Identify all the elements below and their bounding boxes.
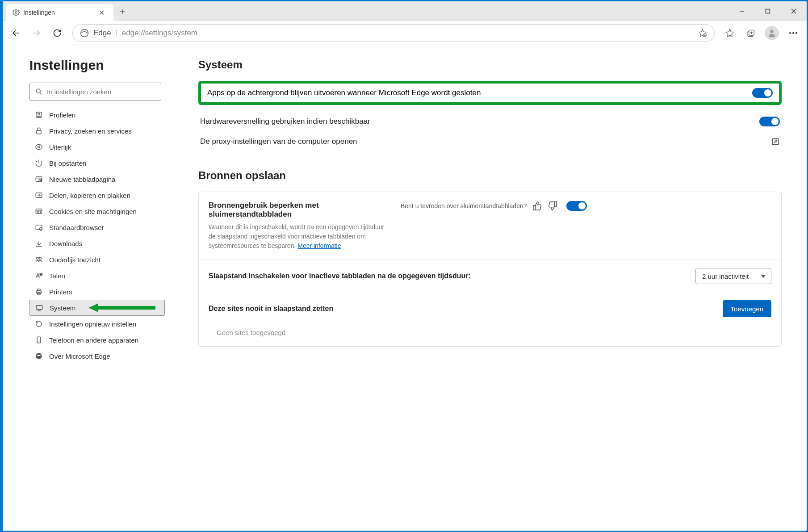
sidebar-item-appearance[interactable]: Uiterlijk — [29, 139, 165, 155]
more-menu-button[interactable] — [784, 24, 802, 42]
settings-nav: Profielen Privacy, zoeken en services Ui… — [29, 107, 165, 364]
settings-search[interactable] — [29, 83, 161, 101]
svg-point-0 — [15, 12, 17, 13]
toggle-hardware-accel[interactable] — [759, 117, 780, 126]
close-button[interactable] — [781, 1, 807, 21]
sidebar-item-newtab[interactable]: Nieuwe tabbladpagina — [29, 171, 165, 187]
thumbs-up-icon[interactable] — [532, 201, 542, 211]
sidebar-item-cookies[interactable]: Cookies en site machtigingen — [29, 203, 165, 219]
address-url: edge://settings/system — [122, 29, 694, 38]
browser-tab[interactable]: Instellingen ✕ — [6, 4, 113, 21]
sidebar-title: Instellingen — [29, 58, 165, 73]
sidebar-item-privacy[interactable]: Privacy, zoeken en services — [29, 123, 165, 139]
section-heading-resources: Bronnen opslaan — [198, 169, 782, 182]
card-description: Wanneer dit is ingeschakeld, wordt na ee… — [209, 222, 392, 251]
download-icon — [35, 239, 43, 247]
favorite-icon[interactable] — [698, 29, 707, 38]
timeout-select[interactable]: 2 uur inactiviteit — [695, 268, 771, 284]
svg-rect-26 — [37, 130, 42, 134]
main-panel: Systeem Apps op de achtergrond blijven u… — [173, 45, 807, 531]
minimize-button[interactable] — [729, 1, 755, 21]
sidebar-item-default-browser[interactable]: Standaardbrowser — [29, 219, 165, 235]
svg-point-45 — [37, 257, 39, 260]
svg-point-38 — [37, 212, 38, 213]
profile-avatar[interactable] — [765, 26, 779, 40]
svg-rect-48 — [37, 291, 42, 293]
svg-rect-51 — [36, 306, 42, 310]
lock-icon — [35, 127, 43, 135]
more-info-link[interactable]: Meer informatie — [297, 242, 341, 249]
feedback-area: Bent u tevreden over sluimerstandtabblad… — [401, 201, 557, 211]
printer-icon — [35, 288, 43, 296]
sidebar-item-languages[interactable]: 字Talen — [29, 268, 165, 284]
reset-icon — [35, 320, 43, 328]
svg-text:字: 字 — [40, 273, 42, 276]
tab-title: Instellingen — [23, 9, 55, 16]
languages-icon: 字 — [35, 272, 43, 280]
new-tab-button[interactable]: ＋ — [113, 1, 131, 21]
never-sleep-label: Deze sites nooit in slaapstand zetten — [209, 305, 723, 313]
feedback-question: Bent u tevreden over sluimerstandtabblad… — [401, 202, 527, 209]
sidebar-item-downloads[interactable]: Downloads — [29, 235, 165, 251]
svg-point-22 — [36, 89, 40, 93]
annotation-highlight: Apps op de achtergrond blijven uitvoeren… — [198, 81, 782, 105]
sidebar-item-reset[interactable]: Instellingen opnieuw instellen — [29, 316, 165, 332]
svg-rect-61 — [554, 202, 557, 206]
refresh-button[interactable] — [48, 24, 66, 42]
timeout-label: Slaapstand inschakelen voor inactieve ta… — [209, 272, 695, 280]
browser-window: Instellingen ✕ ＋ Edge | edge://settings/… — [3, 1, 807, 531]
search-input[interactable] — [47, 88, 155, 96]
setting-proxy[interactable]: De proxy-instellingen van de computer op… — [198, 132, 782, 151]
titlebar: Instellingen ✕ ＋ — [3, 1, 807, 21]
svg-rect-49 — [38, 289, 40, 291]
sidebar-item-profiles[interactable]: Profielen — [29, 107, 165, 123]
sidebar-item-family[interactable]: Ouderlijk toezicht — [29, 251, 165, 268]
sidebar-item-startup[interactable]: Bij opstarten — [29, 155, 165, 171]
maximize-button[interactable] — [755, 1, 781, 21]
address-bar[interactable]: Edge | edge://settings/system — [72, 24, 715, 42]
svg-point-39 — [38, 212, 39, 213]
favorites-button[interactable] — [721, 24, 739, 42]
sidebar-item-devices[interactable]: Telefoon en andere apparaten — [29, 332, 165, 348]
content-area: Instellingen Profielen Privacy, zoeken e… — [3, 45, 807, 531]
appearance-icon — [35, 143, 43, 151]
thumbs-down-icon[interactable] — [548, 201, 557, 211]
toggle-sleeping-tabs[interactable] — [566, 201, 587, 211]
window-controls — [729, 1, 807, 21]
toolbar: Edge | edge://settings/system — [3, 21, 807, 45]
edge-logo-icon — [80, 29, 89, 38]
tab-close-icon[interactable]: ✕ — [96, 8, 107, 18]
sidebar-item-system[interactable]: Systeem — [29, 300, 165, 316]
forward-button — [28, 24, 46, 42]
settings-sidebar: Instellingen Profielen Privacy, zoeken e… — [3, 45, 173, 531]
svg-point-19 — [789, 32, 791, 34]
sidebar-item-about[interactable]: Over Microsoft Edge — [29, 348, 165, 364]
card-row-timeout: Slaapstand inschakelen voor inactieve ta… — [199, 260, 781, 292]
toggle-background-apps[interactable] — [752, 88, 773, 98]
svg-point-40 — [40, 212, 41, 213]
cookies-icon — [35, 207, 43, 215]
collections-button[interactable] — [741, 24, 759, 42]
address-label: Edge — [93, 29, 111, 38]
page-heading: Systeem — [198, 59, 782, 71]
sidebar-item-share[interactable]: Delen, kopiëren en plakken — [29, 187, 165, 203]
svg-line-23 — [40, 92, 42, 94]
card-title: Bronnengebruik beperken met sluimerstand… — [209, 201, 392, 219]
power-icon — [35, 159, 43, 167]
add-site-button[interactable]: Toevoegen — [723, 300, 771, 317]
sidebar-item-printers[interactable]: Printers — [29, 284, 165, 300]
svg-point-46 — [39, 257, 42, 260]
system-icon — [35, 304, 43, 312]
card-row-never-sleep: Deze sites nooit in slaapstand zetten To… — [199, 292, 781, 325]
svg-rect-2 — [766, 9, 770, 13]
svg-point-21 — [795, 32, 797, 34]
svg-point-20 — [792, 32, 794, 34]
edge-icon — [35, 352, 43, 360]
external-link-icon — [771, 137, 780, 146]
svg-line-59 — [774, 140, 777, 143]
share-icon — [35, 191, 43, 199]
sleeping-tabs-card: Bronnengebruik beperken met sluimerstand… — [198, 192, 782, 347]
svg-marker-54 — [88, 303, 98, 312]
back-button[interactable] — [7, 24, 25, 42]
newtab-icon — [35, 175, 43, 183]
